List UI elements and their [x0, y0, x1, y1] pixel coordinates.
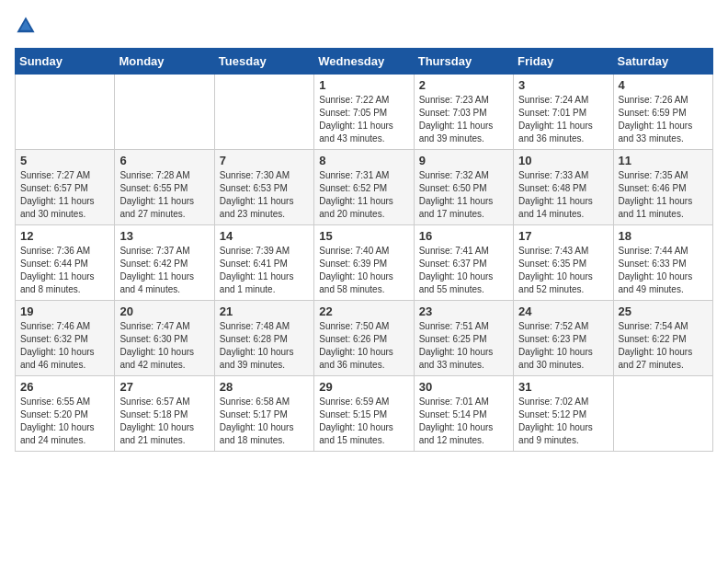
week-row-2: 5Sunrise: 7:27 AM Sunset: 6:57 PM Daylig…: [16, 150, 713, 225]
day-number: 9: [419, 154, 508, 167]
weekday-header-row: SundayMondayTuesdayWednesdayThursdayFrid…: [16, 49, 713, 75]
day-info: Sunrise: 7:35 AM Sunset: 6:46 PM Dayligh…: [619, 169, 708, 221]
day-number: 6: [119, 154, 209, 167]
day-info: Sunrise: 7:01 AM Sunset: 5:14 PM Dayligh…: [419, 396, 508, 447]
day-number: 30: [419, 380, 508, 394]
day-info: Sunrise: 7:02 AM Sunset: 5:12 PM Dayligh…: [518, 396, 608, 447]
week-row-4: 19Sunrise: 7:46 AM Sunset: 6:32 PM Dayli…: [16, 301, 713, 376]
day-number: 12: [20, 229, 109, 243]
calendar: SundayMondayTuesdayWednesdayThursdayFrid…: [15, 48, 713, 452]
day-number: 7: [220, 154, 309, 167]
day-info: Sunrise: 7:51 AM Sunset: 6:25 PM Dayligh…: [419, 320, 508, 372]
day-info: Sunrise: 7:28 AM Sunset: 6:55 PM Dayligh…: [119, 169, 209, 221]
day-cell: 27Sunrise: 6:57 AM Sunset: 5:18 PM Dayli…: [115, 376, 214, 452]
day-info: Sunrise: 7:46 AM Sunset: 6:32 PM Dayligh…: [20, 320, 109, 372]
day-number: 1: [319, 78, 408, 92]
day-cell: 10Sunrise: 7:33 AM Sunset: 6:48 PM Dayli…: [514, 150, 613, 225]
day-info: Sunrise: 7:41 AM Sunset: 6:37 PM Dayligh…: [419, 245, 508, 296]
day-number: 2: [419, 78, 508, 92]
day-number: 8: [319, 154, 408, 167]
day-number: 22: [319, 304, 408, 318]
day-cell: [613, 376, 712, 452]
day-info: Sunrise: 7:22 AM Sunset: 7:05 PM Dayligh…: [319, 94, 408, 145]
day-cell: 18Sunrise: 7:44 AM Sunset: 6:33 PM Dayli…: [613, 225, 712, 301]
day-cell: 26Sunrise: 6:55 AM Sunset: 5:20 PM Dayli…: [16, 376, 115, 452]
day-cell: 4Sunrise: 7:26 AM Sunset: 6:59 PM Daylig…: [613, 75, 712, 150]
day-cell: [115, 75, 214, 150]
day-cell: 8Sunrise: 7:31 AM Sunset: 6:52 PM Daylig…: [314, 150, 414, 225]
day-cell: 13Sunrise: 7:37 AM Sunset: 6:42 PM Dayli…: [115, 225, 214, 301]
day-number: 26: [20, 380, 109, 394]
weekday-header-friday: Friday: [514, 49, 613, 75]
day-number: 23: [419, 304, 508, 318]
day-cell: [16, 75, 115, 150]
day-info: Sunrise: 7:37 AM Sunset: 6:42 PM Dayligh…: [119, 245, 209, 296]
day-number: 14: [220, 229, 309, 243]
day-cell: 16Sunrise: 7:41 AM Sunset: 6:37 PM Dayli…: [414, 225, 513, 301]
day-cell: 1Sunrise: 7:22 AM Sunset: 7:05 PM Daylig…: [314, 75, 414, 150]
day-info: Sunrise: 6:58 AM Sunset: 5:17 PM Dayligh…: [220, 396, 309, 447]
day-info: Sunrise: 7:36 AM Sunset: 6:44 PM Dayligh…: [20, 245, 109, 296]
logo: [15, 15, 40, 37]
day-cell: 7Sunrise: 7:30 AM Sunset: 6:53 PM Daylig…: [214, 150, 313, 225]
day-info: Sunrise: 7:47 AM Sunset: 6:30 PM Dayligh…: [119, 320, 209, 372]
day-cell: 17Sunrise: 7:43 AM Sunset: 6:35 PM Dayli…: [514, 225, 613, 301]
week-row-3: 12Sunrise: 7:36 AM Sunset: 6:44 PM Dayli…: [16, 225, 713, 301]
weekday-header-monday: Monday: [115, 49, 214, 75]
weekday-header-wednesday: Wednesday: [314, 49, 414, 75]
day-cell: 29Sunrise: 6:59 AM Sunset: 5:15 PM Dayli…: [314, 376, 414, 452]
day-number: 31: [518, 380, 608, 394]
day-number: 19: [20, 304, 109, 318]
day-cell: 22Sunrise: 7:50 AM Sunset: 6:26 PM Dayli…: [314, 301, 414, 376]
day-info: Sunrise: 6:57 AM Sunset: 5:18 PM Dayligh…: [119, 396, 209, 447]
page-header: [15, 15, 713, 37]
day-info: Sunrise: 7:48 AM Sunset: 6:28 PM Dayligh…: [220, 320, 309, 372]
day-info: Sunrise: 7:27 AM Sunset: 6:57 PM Dayligh…: [20, 169, 109, 221]
weekday-header-sunday: Sunday: [16, 49, 115, 75]
day-cell: 6Sunrise: 7:28 AM Sunset: 6:55 PM Daylig…: [115, 150, 214, 225]
day-cell: 5Sunrise: 7:27 AM Sunset: 6:57 PM Daylig…: [16, 150, 115, 225]
day-cell: 20Sunrise: 7:47 AM Sunset: 6:30 PM Dayli…: [115, 301, 214, 376]
day-info: Sunrise: 7:30 AM Sunset: 6:53 PM Dayligh…: [220, 169, 309, 221]
day-cell: 28Sunrise: 6:58 AM Sunset: 5:17 PM Dayli…: [214, 376, 313, 452]
day-info: Sunrise: 7:54 AM Sunset: 6:22 PM Dayligh…: [619, 320, 708, 372]
day-number: 11: [619, 154, 708, 167]
day-number: 15: [319, 229, 408, 243]
day-cell: 21Sunrise: 7:48 AM Sunset: 6:28 PM Dayli…: [214, 301, 313, 376]
day-info: Sunrise: 7:31 AM Sunset: 6:52 PM Dayligh…: [319, 169, 408, 221]
day-info: Sunrise: 7:52 AM Sunset: 6:23 PM Dayligh…: [518, 320, 608, 372]
day-cell: 23Sunrise: 7:51 AM Sunset: 6:25 PM Dayli…: [414, 301, 513, 376]
day-number: 10: [518, 154, 608, 167]
day-cell: 30Sunrise: 7:01 AM Sunset: 5:14 PM Dayli…: [414, 376, 513, 452]
day-number: 20: [119, 304, 209, 318]
day-number: 16: [419, 229, 508, 243]
day-cell: 3Sunrise: 7:24 AM Sunset: 7:01 PM Daylig…: [514, 75, 613, 150]
week-row-5: 26Sunrise: 6:55 AM Sunset: 5:20 PM Dayli…: [16, 376, 713, 452]
day-info: Sunrise: 7:23 AM Sunset: 7:03 PM Dayligh…: [419, 94, 508, 145]
day-number: 21: [220, 304, 309, 318]
day-info: Sunrise: 7:44 AM Sunset: 6:33 PM Dayligh…: [619, 245, 708, 296]
day-info: Sunrise: 7:24 AM Sunset: 7:01 PM Dayligh…: [518, 94, 608, 145]
day-cell: 12Sunrise: 7:36 AM Sunset: 6:44 PM Dayli…: [16, 225, 115, 301]
day-info: Sunrise: 7:40 AM Sunset: 6:39 PM Dayligh…: [319, 245, 408, 296]
day-cell: 19Sunrise: 7:46 AM Sunset: 6:32 PM Dayli…: [16, 301, 115, 376]
weekday-header-thursday: Thursday: [414, 49, 513, 75]
day-info: Sunrise: 6:55 AM Sunset: 5:20 PM Dayligh…: [20, 396, 109, 447]
day-cell: 31Sunrise: 7:02 AM Sunset: 5:12 PM Dayli…: [514, 376, 613, 452]
day-info: Sunrise: 7:26 AM Sunset: 6:59 PM Dayligh…: [619, 94, 708, 145]
day-number: 24: [518, 304, 608, 318]
day-number: 13: [119, 229, 209, 243]
day-number: 4: [619, 78, 708, 92]
day-info: Sunrise: 7:32 AM Sunset: 6:50 PM Dayligh…: [419, 169, 508, 221]
day-number: 27: [119, 380, 209, 394]
day-number: 18: [619, 229, 708, 243]
logo-icon: [15, 15, 37, 37]
day-info: Sunrise: 7:50 AM Sunset: 6:26 PM Dayligh…: [319, 320, 408, 372]
day-cell: 9Sunrise: 7:32 AM Sunset: 6:50 PM Daylig…: [414, 150, 513, 225]
day-number: 17: [518, 229, 608, 243]
day-number: 25: [619, 304, 708, 318]
day-cell: [214, 75, 313, 150]
day-number: 28: [220, 380, 309, 394]
day-cell: 25Sunrise: 7:54 AM Sunset: 6:22 PM Dayli…: [613, 301, 712, 376]
day-info: Sunrise: 6:59 AM Sunset: 5:15 PM Dayligh…: [319, 396, 408, 447]
